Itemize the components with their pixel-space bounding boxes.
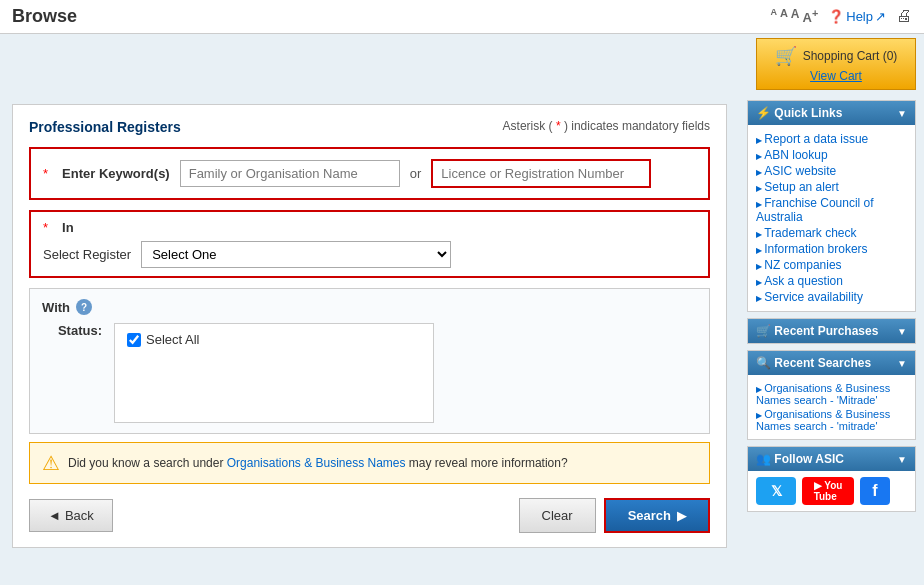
with-section: With ? Status: Select All xyxy=(29,288,710,434)
recent-search-1[interactable]: Organisations & Business Names search - … xyxy=(756,381,907,407)
select-all-label: Select All xyxy=(146,332,199,347)
follow-asic-icon: 👥 xyxy=(756,452,771,466)
font-small[interactable]: A xyxy=(770,7,777,25)
quick-links-header[interactable]: ⚡ Quick Links ▼ xyxy=(748,101,915,125)
select-all-checkbox[interactable] xyxy=(127,333,141,347)
quick-link-info-brokers[interactable]: Information brokers xyxy=(756,241,907,257)
recent-purchases-header[interactable]: 🛒 Recent Purchases ▼ xyxy=(748,319,915,343)
quick-link-abn[interactable]: ABN lookup xyxy=(756,147,907,163)
back-button[interactable]: ◄ Back xyxy=(29,499,113,532)
follow-asic-arrow-icon: ▼ xyxy=(897,454,907,465)
status-label: Status: xyxy=(42,323,102,338)
with-title: With xyxy=(42,300,70,315)
font-xlarge[interactable]: A+ xyxy=(803,7,819,25)
follow-asic-section: 👥 Follow ASIC ▼ 𝕏 ▶ YouTube f xyxy=(747,446,916,512)
keyword-input[interactable] xyxy=(180,160,400,187)
keyword-section: * Enter Keyword(s) or xyxy=(29,147,710,200)
recent-searches-section: 🔍 Recent Searches ▼ Organisations & Busi… xyxy=(747,350,916,440)
cart-icon: 🛒 xyxy=(775,45,797,67)
org-business-link[interactable]: Organisations & Business Names xyxy=(227,456,406,470)
button-row: ◄ Back Clear Search ▶ xyxy=(29,494,710,533)
page-title: Browse xyxy=(12,6,77,27)
print-icon[interactable]: 🖨 xyxy=(896,7,912,25)
quick-link-asic[interactable]: ASIC website xyxy=(756,163,907,179)
recent-purchases-section: 🛒 Recent Purchases ▼ xyxy=(747,318,916,344)
quick-link-franchise[interactable]: Franchise Council of Australia xyxy=(756,195,907,225)
recent-searches-icon: 🔍 xyxy=(756,356,771,370)
recent-purchases-arrow-icon: ▼ xyxy=(897,326,907,337)
mandatory-note: Asterisk ( * ) indicates mandatory field… xyxy=(503,119,710,133)
follow-asic-header[interactable]: 👥 Follow ASIC ▼ xyxy=(748,447,915,471)
recent-searches-arrow-icon: ▼ xyxy=(897,358,907,369)
external-link-icon: ↗ xyxy=(875,9,886,24)
register-select[interactable]: Select One xyxy=(141,241,451,268)
quick-links-section: ⚡ Quick Links ▼ Report a data issue ABN … xyxy=(747,100,916,312)
font-size-controls: A A A A+ xyxy=(770,7,818,25)
social-row: 𝕏 ▶ YouTube f xyxy=(748,471,915,511)
quick-link-report[interactable]: Report a data issue xyxy=(756,131,907,147)
form-title: Professional Registers xyxy=(29,119,181,135)
quick-links-icon: ⚡ xyxy=(756,106,771,120)
facebook-icon[interactable]: f xyxy=(860,477,890,505)
info-box: ⚠ Did you know a search under Organisati… xyxy=(29,442,710,484)
quick-link-question[interactable]: Ask a question xyxy=(756,273,907,289)
recent-purchases-icon: 🛒 xyxy=(756,324,771,338)
required-star: * xyxy=(43,166,48,181)
shopping-cart-panel: 🛒 Shopping Cart (0) View Cart xyxy=(756,38,916,90)
status-checkbox-area: Select All xyxy=(114,323,434,423)
in-section: * In Select Register Select One xyxy=(29,210,710,278)
youtube-icon[interactable]: ▶ YouTube xyxy=(802,477,854,505)
quick-links-body: Report a data issue ABN lookup ASIC webs… xyxy=(748,125,915,311)
quick-link-alert[interactable]: Setup an alert xyxy=(756,179,907,195)
right-sidebar: ⚡ Quick Links ▼ Report a data issue ABN … xyxy=(739,94,924,585)
select-register-label: Select Register xyxy=(43,247,131,262)
cart-label: Shopping Cart (0) xyxy=(803,49,898,63)
info-text: Did you know a search under Organisation… xyxy=(68,456,568,470)
quick-link-trademark[interactable]: Trademark check xyxy=(756,225,907,241)
font-large[interactable]: A xyxy=(791,7,800,25)
quick-link-service[interactable]: Service availability xyxy=(756,289,907,305)
view-cart-link[interactable]: View Cart xyxy=(771,69,901,83)
font-medium[interactable]: A xyxy=(780,7,788,25)
search-arrow-icon: ▶ xyxy=(677,509,686,523)
licence-input[interactable] xyxy=(431,159,651,188)
quick-link-nz[interactable]: NZ companies xyxy=(756,257,907,273)
professional-registers-panel: Professional Registers Asterisk ( * ) in… xyxy=(12,104,727,548)
twitter-icon[interactable]: 𝕏 xyxy=(756,477,796,505)
clear-button[interactable]: Clear xyxy=(519,498,596,533)
with-help-icon[interactable]: ? xyxy=(76,299,92,315)
search-button[interactable]: Search ▶ xyxy=(604,498,710,533)
keyword-label: Enter Keyword(s) xyxy=(62,166,170,181)
back-arrow-icon: ◄ xyxy=(48,508,61,523)
in-label: In xyxy=(62,220,74,235)
or-text: or xyxy=(410,166,422,181)
recent-searches-body: Organisations & Business Names search - … xyxy=(748,375,915,439)
info-icon: ⚠ xyxy=(42,451,60,475)
recent-searches-header[interactable]: 🔍 Recent Searches ▼ xyxy=(748,351,915,375)
question-icon: ❓ xyxy=(828,9,844,24)
in-required-star: * xyxy=(43,220,48,235)
help-link[interactable]: ❓ Help ↗ xyxy=(828,9,886,24)
recent-search-2[interactable]: Organisations & Business Names search - … xyxy=(756,407,907,433)
quick-links-arrow-icon: ▼ xyxy=(897,108,907,119)
